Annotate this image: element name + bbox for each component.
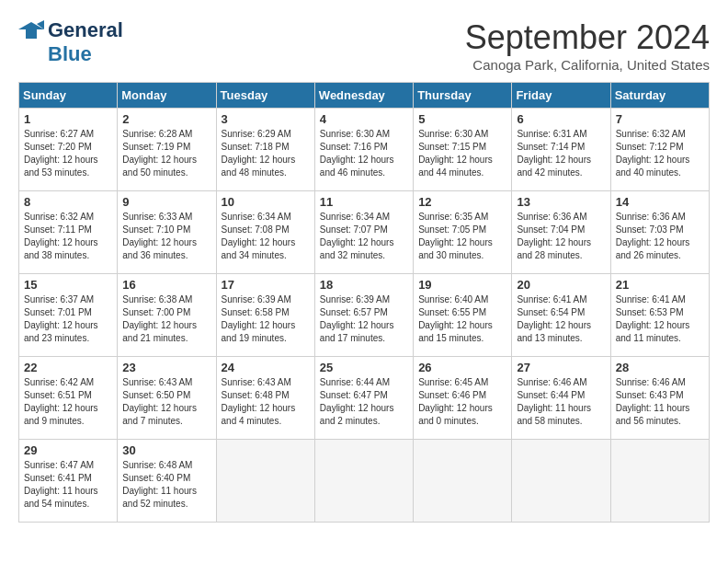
table-row: 15Sunrise: 6:37 AMSunset: 7:01 PMDayligh… [19,274,118,357]
table-row: 12Sunrise: 6:35 AMSunset: 7:05 PMDayligh… [414,191,512,274]
title-block: September 2024 Canoga Park, California, … [465,18,710,73]
table-row: 19Sunrise: 6:40 AMSunset: 6:55 PMDayligh… [414,274,512,357]
logo-bird-icon [18,20,44,40]
table-row [610,440,709,523]
table-row: 17Sunrise: 6:39 AMSunset: 6:58 PMDayligh… [216,274,314,357]
logo: General Blue [18,18,123,66]
table-row: 10Sunrise: 6:34 AMSunset: 7:08 PMDayligh… [216,191,314,274]
table-row: 2Sunrise: 6:28 AMSunset: 7:19 PMDaylight… [118,109,216,191]
table-row: 1Sunrise: 6:27 AMSunset: 7:20 PMDaylight… [19,109,118,191]
table-row: 11Sunrise: 6:34 AMSunset: 7:07 PMDayligh… [314,191,413,274]
table-row: 6Sunrise: 6:31 AMSunset: 7:14 PMDaylight… [512,109,610,191]
table-row [512,440,610,523]
table-row: 8Sunrise: 6:32 AMSunset: 7:11 PMDaylight… [19,191,118,274]
table-row: 7Sunrise: 6:32 AMSunset: 7:12 PMDaylight… [610,109,709,191]
weekday-header-saturday: Saturday [610,83,709,109]
weekday-header-monday: Monday [118,83,216,109]
table-row: 25Sunrise: 6:44 AMSunset: 6:47 PMDayligh… [314,357,413,440]
calendar-week-4: 22Sunrise: 6:42 AMSunset: 6:51 PMDayligh… [19,357,710,440]
table-row [314,440,413,523]
calendar-week-5: 29Sunrise: 6:47 AMSunset: 6:41 PMDayligh… [19,440,710,523]
table-row: 21Sunrise: 6:41 AMSunset: 6:53 PMDayligh… [610,274,709,357]
month-title: September 2024 [465,18,710,57]
table-row: 3Sunrise: 6:29 AMSunset: 7:18 PMDaylight… [216,109,314,191]
table-row: 18Sunrise: 6:39 AMSunset: 6:57 PMDayligh… [314,274,413,357]
calendar-week-1: 1Sunrise: 6:27 AMSunset: 7:20 PMDaylight… [19,109,710,191]
location-subtitle: Canoga Park, California, United States [465,57,710,73]
table-row: 5Sunrise: 6:30 AMSunset: 7:15 PMDaylight… [414,109,512,191]
table-row: 28Sunrise: 6:46 AMSunset: 6:43 PMDayligh… [610,357,709,440]
table-row: 13Sunrise: 6:36 AMSunset: 7:04 PMDayligh… [512,191,610,274]
weekday-header-thursday: Thursday [414,83,512,109]
table-row: 14Sunrise: 6:36 AMSunset: 7:03 PMDayligh… [610,191,709,274]
table-row: 26Sunrise: 6:45 AMSunset: 6:46 PMDayligh… [414,357,512,440]
table-row: 24Sunrise: 6:43 AMSunset: 6:48 PMDayligh… [216,357,314,440]
weekday-header-row: SundayMondayTuesdayWednesdayThursdayFrid… [19,83,710,109]
weekday-header-tuesday: Tuesday [216,83,314,109]
table-row [414,440,512,523]
page-header: General Blue September 2024 Canoga Park,… [18,18,710,73]
table-row: 16Sunrise: 6:38 AMSunset: 7:00 PMDayligh… [118,274,216,357]
table-row: 4Sunrise: 6:30 AMSunset: 7:16 PMDaylight… [314,109,413,191]
logo-general: General [48,18,123,42]
weekday-header-sunday: Sunday [19,83,118,109]
weekday-header-wednesday: Wednesday [314,83,413,109]
calendar-table: SundayMondayTuesdayWednesdayThursdayFrid… [18,82,710,523]
table-row [216,440,314,523]
table-row: 27Sunrise: 6:46 AMSunset: 6:44 PMDayligh… [512,357,610,440]
calendar-week-3: 15Sunrise: 6:37 AMSunset: 7:01 PMDayligh… [19,274,710,357]
table-row: 20Sunrise: 6:41 AMSunset: 6:54 PMDayligh… [512,274,610,357]
table-row: 23Sunrise: 6:43 AMSunset: 6:50 PMDayligh… [118,357,216,440]
table-row: 29Sunrise: 6:47 AMSunset: 6:41 PMDayligh… [19,440,118,523]
weekday-header-friday: Friday [512,83,610,109]
calendar-week-2: 8Sunrise: 6:32 AMSunset: 7:11 PMDaylight… [19,191,710,274]
table-row: 22Sunrise: 6:42 AMSunset: 6:51 PMDayligh… [19,357,118,440]
table-row: 9Sunrise: 6:33 AMSunset: 7:10 PMDaylight… [118,191,216,274]
table-row: 30Sunrise: 6:48 AMSunset: 6:40 PMDayligh… [118,440,216,523]
logo-blue: Blue [48,42,92,66]
